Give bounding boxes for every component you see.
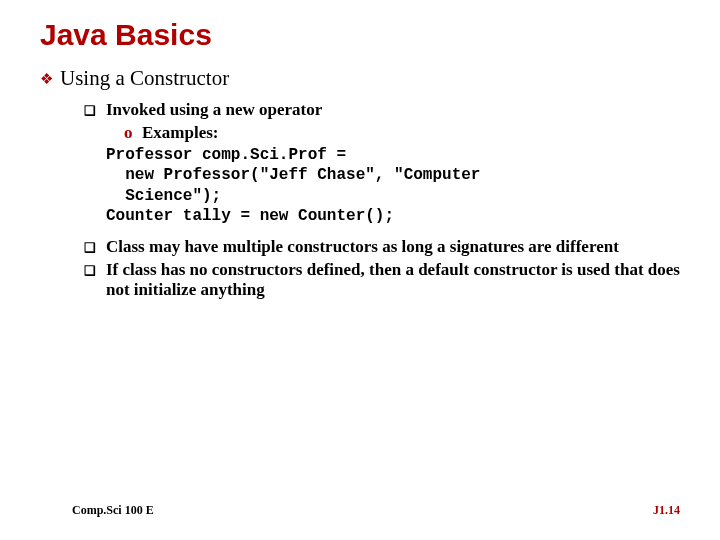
circle-bullet-icon: o <box>124 123 142 143</box>
bullet-level3: o Examples: <box>124 123 680 143</box>
item-text: Invoked using a new operator <box>106 100 680 121</box>
slide: Java Basics ❖ Using a Constructor ❑ Invo… <box>0 0 720 540</box>
examples-label: Examples: <box>142 123 680 143</box>
diamond-bullet-icon: ❖ <box>40 66 60 92</box>
bullet-level2: ❑ Class may have multiple constructors a… <box>84 237 680 258</box>
square-bullet-icon: ❑ <box>84 100 106 121</box>
bullet-level1: ❖ Using a Constructor <box>40 66 680 92</box>
slide-title: Java Basics <box>40 18 680 52</box>
footer-left: Comp.Sci 100 E <box>72 503 154 518</box>
square-bullet-icon: ❑ <box>84 237 106 258</box>
code-block: Professor comp.Sci.Prof = new Professor(… <box>106 145 680 227</box>
bullet-level2: ❑ If class has no constructors defined, … <box>84 260 680 300</box>
item-text: Class may have multiple constructors as … <box>106 237 680 258</box>
item-text: If class has no constructors defined, th… <box>106 260 680 300</box>
footer-right: J1.14 <box>653 503 680 518</box>
heading-text: Using a Constructor <box>60 66 680 92</box>
level3-container: o Examples: <box>124 123 680 143</box>
level2-container: ❑ Invoked using a new operator o Example… <box>84 100 680 300</box>
bullet-level2: ❑ Invoked using a new operator <box>84 100 680 121</box>
square-bullet-icon: ❑ <box>84 260 106 300</box>
footer: Comp.Sci 100 E J1.14 <box>0 503 720 518</box>
